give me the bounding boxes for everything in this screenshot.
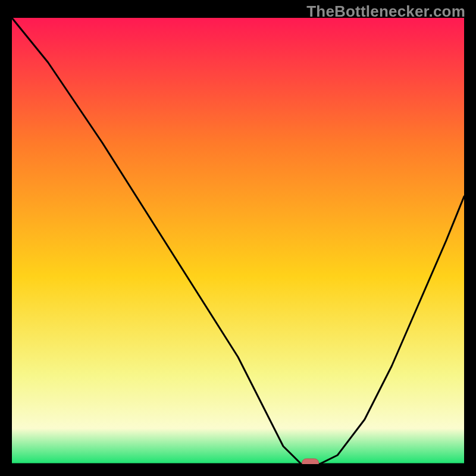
gradient-background xyxy=(12,18,464,464)
plot-svg xyxy=(12,18,464,464)
minimum-marker xyxy=(302,459,319,464)
chart-stage: TheBottlenecker.com xyxy=(0,0,476,476)
plot-area xyxy=(12,18,464,464)
